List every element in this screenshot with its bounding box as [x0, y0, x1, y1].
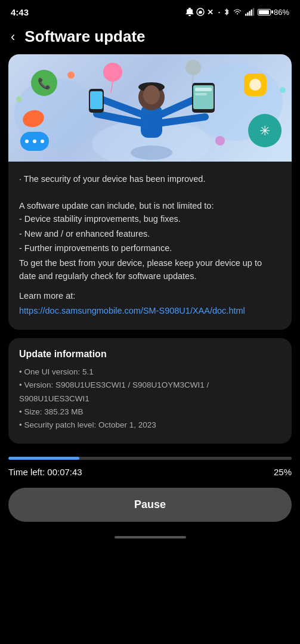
svg-text:✳: ✳: [259, 123, 270, 138]
back-button[interactable]: ‹: [7, 28, 18, 46]
x-icon: ✕: [207, 8, 215, 16]
bottom-bar: [115, 536, 186, 538]
illustration-inner: 📞: [8, 54, 292, 162]
svg-point-34: [103, 63, 122, 82]
wifi-icon: [233, 8, 242, 16]
bottom-indicator: [0, 536, 300, 546]
time-left: Time left: 00:07:43: [8, 467, 82, 477]
svg-line-24: [101, 99, 141, 114]
page-title: Software update: [24, 27, 145, 46]
svg-rect-5: [247, 13, 248, 16]
learn-more-label: Learn more at:: [19, 289, 281, 302]
doc-link[interactable]: https://doc.samsungmobile.com/SM-S908U1/…: [19, 305, 281, 318]
bullet-2: - New and / or enhanced features.: [19, 227, 281, 240]
size-info: • Size: 385.23 MB: [19, 405, 281, 419]
svg-point-23: [143, 85, 160, 104]
svg-rect-6: [249, 11, 250, 16]
signal-icon: [245, 8, 255, 16]
svg-point-17: [33, 140, 36, 143]
svg-text:✕: ✕: [207, 8, 214, 16]
svg-rect-33: [195, 93, 207, 95]
hero-illustration: 📞: [8, 54, 292, 162]
update-info-card: Update information • One UI version: 5.1…: [8, 338, 292, 444]
security-note: · The security of your device has been i…: [19, 174, 205, 184]
svg-rect-4: [245, 14, 246, 16]
pause-btn-container: Pause: [0, 488, 300, 536]
bullet-3: - Further improvements to performance.: [19, 242, 281, 255]
battery-icon: [258, 9, 271, 16]
svg-point-16: [25, 140, 29, 143]
svg-text:📞: 📞: [38, 77, 51, 90]
whatsapp-icon: [196, 8, 205, 16]
status-right: ✕ ·: [185, 8, 289, 17]
notification-icon: [185, 8, 194, 16]
footer-text: To get the best from your device, please…: [19, 258, 262, 281]
progress-section: Time left: 00:07:43 25%: [0, 457, 300, 477]
status-time: 4:43: [11, 7, 29, 17]
svg-rect-1: [188, 15, 191, 16]
svg-rect-8: [253, 8, 254, 16]
svg-rect-7: [251, 10, 252, 16]
progress-bar-fill: [8, 457, 79, 460]
svg-rect-0: [188, 8, 191, 9]
right-icons: 86%: [224, 8, 289, 17]
update-info-text: • One UI version: 5.1 • Version: S908U1U…: [19, 366, 281, 432]
security-patch: • Security patch level: October 1, 2023: [19, 419, 281, 432]
illustration-card: 📞: [8, 54, 292, 162]
svg-point-42: [67, 72, 75, 79]
svg-point-18: [41, 140, 44, 143]
update-intro: A software update can include, but is no…: [19, 201, 214, 210]
svg-point-36: [185, 60, 201, 75]
description-text: · The security of your device has been i…: [19, 172, 281, 318]
one-ui-version: • One UI version: 5.1: [19, 366, 281, 379]
svg-point-19: [131, 145, 172, 160]
svg-line-35: [111, 82, 113, 93]
description-card: · The security of your device has been i…: [8, 162, 292, 330]
svg-rect-29: [90, 91, 103, 109]
svg-point-45: [16, 96, 22, 102]
progress-labels: Time left: 00:07:43 25%: [8, 467, 292, 477]
update-info-title: Update information: [19, 349, 281, 360]
main-content: 📞: [0, 54, 300, 444]
svg-rect-32: [195, 88, 212, 91]
svg-point-43: [215, 136, 225, 145]
pause-button[interactable]: Pause: [8, 488, 292, 522]
svg-point-39: [249, 79, 261, 91]
version-string: • Version: S908U1UES3CWI1 / S908U1OYM3CW…: [19, 379, 281, 405]
svg-point-44: [280, 87, 286, 93]
status-bar: 4:43 ✕ ·: [0, 0, 300, 21]
progress-bar-track: [8, 457, 292, 460]
header: ‹ Software update: [0, 21, 300, 54]
bluetooth-icon: [224, 8, 230, 16]
dot-separator: ·: [218, 10, 221, 15]
status-icons: ✕ ·: [185, 8, 221, 16]
percent-label: 25%: [274, 467, 292, 477]
battery-percent: 86%: [274, 8, 289, 17]
bullet-1: - Device stability improvements, bug fix…: [19, 212, 281, 225]
